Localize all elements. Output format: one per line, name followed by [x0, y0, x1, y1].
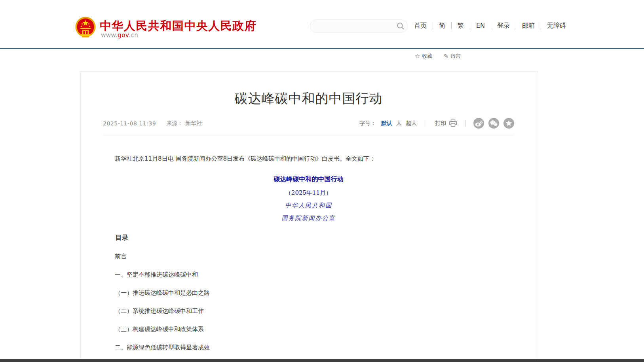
- search-button[interactable]: [394, 19, 407, 33]
- toc-item: （三）构建碳达峰碳中和政策体系: [103, 326, 514, 333]
- meta-left: 2025-11-08 11:39 来源： 新华社: [103, 120, 202, 127]
- url-www: www.: [101, 32, 118, 39]
- page-title: 碳达峰碳中和的中国行动: [103, 90, 514, 108]
- printer-icon: [449, 119, 457, 127]
- nav-link[interactable]: 简: [433, 22, 445, 29]
- message-label: 留言: [450, 53, 461, 60]
- header-divider: [0, 48, 644, 49]
- print-button[interactable]: 打印: [435, 119, 457, 127]
- search-icon: [397, 22, 405, 30]
- document-title: 碳达峰碳中和的中国行动: [103, 175, 514, 184]
- toc-list: 前言一、坚定不移推进碳达峰碳中和（一）推进碳达峰碳中和是必由之路（二）系统推进碳…: [103, 253, 514, 362]
- pencil-icon: ✎: [443, 53, 448, 60]
- font-size-large[interactable]: 大: [396, 120, 402, 127]
- search-input[interactable]: [310, 20, 394, 32]
- favorite-button[interactable]: ☆ 收藏: [415, 53, 432, 60]
- toc-item: （二）系统推进碳达峰碳中和工作: [103, 307, 514, 315]
- document-heading: 碳达峰碳中和的中国行动 （2025年11月） 中华人民共和国 国务院新闻办公室: [103, 175, 514, 222]
- document-org-line2: 国务院新闻办公室: [103, 214, 514, 222]
- document-org-line1: 中华人民共和国: [103, 202, 514, 209]
- toc-item: 二、能源绿色低碳转型取得显著成效: [103, 344, 514, 351]
- divider: [465, 120, 465, 127]
- toc-heading: 目录: [103, 234, 514, 242]
- toc-item: 前言: [103, 253, 514, 260]
- top-nav: 首页简繁EN登录邮箱无障碍: [414, 22, 566, 29]
- nav-link[interactable]: EN: [470, 22, 485, 29]
- lead-paragraph: 新华社北京11月8日电 国务院新闻办公室8日发布《碳达峰碳中和的中国行动》白皮书…: [103, 154, 514, 164]
- article-meta-row: 2025-11-08 11:39 来源： 新华社 字号： 默认 大 超大 打印: [103, 118, 514, 135]
- share-wechat-button[interactable]: [488, 118, 499, 129]
- nav-link[interactable]: 无障碍: [541, 22, 566, 29]
- nav-link[interactable]: 首页: [414, 22, 427, 29]
- star-share-icon: [503, 118, 514, 129]
- font-size-xlarge[interactable]: 超大: [406, 120, 417, 127]
- font-size-label: 字号：: [359, 120, 376, 127]
- page: 中华人民共和国中央人民政府 www.gov.cn 首页简繁EN登录邮箱无障碍 ☆…: [0, 0, 644, 362]
- site-url: www.gov.cn: [101, 32, 138, 39]
- wechat-icon: [488, 118, 499, 129]
- article-container: 碳达峰碳中和的中国行动 2025-11-08 11:39 来源： 新华社 字号：…: [80, 71, 538, 362]
- nav-link[interactable]: 邮箱: [516, 22, 535, 29]
- message-button[interactable]: ✎ 留言: [443, 53, 461, 60]
- url-gov: gov: [118, 32, 129, 39]
- nav-link[interactable]: 登录: [491, 22, 510, 29]
- source-label: 来源：: [166, 120, 183, 127]
- footer-edge: [0, 359, 644, 362]
- share-star-button[interactable]: [503, 118, 514, 129]
- quick-actions: ☆ 收藏 ✎ 留言: [415, 53, 461, 60]
- share-weibo-button[interactable]: [473, 118, 484, 129]
- star-icon: ☆: [415, 53, 420, 60]
- share-group: [473, 118, 514, 129]
- source-value[interactable]: 新华社: [185, 120, 202, 127]
- document-date: （2025年11月）: [103, 189, 514, 197]
- favorite-label: 收藏: [422, 53, 432, 60]
- national-emblem-logo: [75, 16, 96, 39]
- publish-date: 2025-11-08 11:39: [103, 120, 156, 127]
- toc-item: （一）推进碳达峰碳中和是必由之路: [103, 289, 514, 297]
- site-header: 中华人民共和国中央人民政府 www.gov.cn 首页简繁EN登录邮箱无障碍: [0, 0, 644, 48]
- url-cn: .cn: [129, 32, 138, 39]
- search-box: [310, 19, 408, 33]
- print-label: 打印: [435, 120, 446, 127]
- font-size-default[interactable]: 默认: [381, 120, 392, 127]
- divider: [427, 120, 427, 127]
- meta-right: 字号： 默认 大 超大 打印: [359, 118, 514, 129]
- nav-link[interactable]: 繁: [451, 22, 464, 29]
- toc-item: 一、坚定不移推进碳达峰碳中和: [103, 271, 514, 279]
- weibo-icon: [473, 118, 484, 129]
